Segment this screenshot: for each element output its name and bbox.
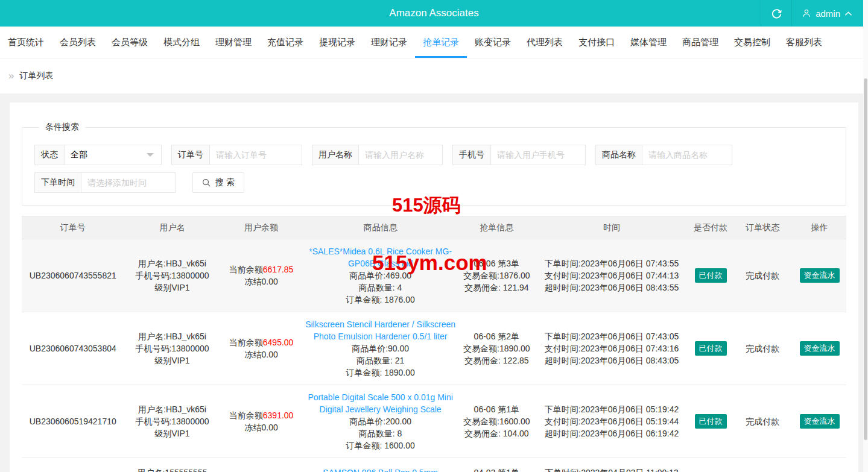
action-cell: [793, 458, 846, 472]
tab-finance-manage[interactable]: 理财管理: [207, 27, 259, 58]
order-no-cell: [22, 458, 124, 472]
admin-username: admin: [816, 8, 840, 19]
fund-flow-button[interactable]: 资金流水: [800, 414, 840, 429]
col-user-balance: 用户余额: [220, 216, 302, 239]
status-cell: 完成付款: [732, 239, 793, 312]
search-icon: [202, 178, 211, 187]
grab-info-cell: 04-03 第1单: [458, 458, 534, 472]
order-no-cell: UB2306060519421710: [22, 385, 124, 458]
time-cell: 下单时间:2023年06月06日 07:43:05 支付时间:2023年06月0…: [534, 312, 689, 385]
admin-user-menu[interactable]: admin: [792, 0, 863, 27]
time-cell: 下单时间:2023年06月06日 07:43:55 支付时间:2023年06月0…: [534, 239, 689, 312]
tab-media-manage[interactable]: 媒体管理: [622, 27, 674, 58]
balance-cell: 当前余额6495.00 冻结0.00: [220, 312, 302, 385]
tab-product-manage[interactable]: 商品管理: [674, 27, 726, 58]
order-list-card: 条件搜索 状态 全部 订单号 用户名称 手机号: [10, 102, 858, 472]
tab-member-list[interactable]: 会员列表: [52, 27, 104, 58]
tab-grab-order-records[interactable]: 抢单记录: [415, 27, 467, 58]
col-order-no: 订单号: [22, 216, 124, 239]
status-select[interactable]: 状态 全部: [34, 145, 162, 165]
user-name-input[interactable]: [359, 145, 442, 165]
user-cell: 用户名:HBJ_vk65i 手机号码:13800000 级别VIP1: [124, 312, 221, 385]
tab-home-stats[interactable]: 首页统计: [0, 27, 52, 58]
time-cell: 下单时间:2023年04月03日 11:00:13: [534, 458, 689, 472]
paid-cell: 已付款: [689, 385, 732, 458]
balance-cell: 当前余额6617.85 冻结0.00: [220, 239, 302, 312]
action-cell: 资金流水: [793, 239, 846, 312]
tab-mode-group[interactable]: 模式分组: [156, 27, 207, 58]
orders-table: 订单号 用户名 用户余额 商品信息 抢单信息 时间 是否付款 订单状态 操作 U…: [22, 216, 846, 472]
grab-info-cell: 06-06 第1单 交易金额:1600.00 交易佣金: 104.00: [458, 385, 534, 458]
table-row: UB2306060743053804 用户名:HBJ_vk65i 手机号码:13…: [22, 312, 846, 385]
tab-recharge-records[interactable]: 充值记录: [259, 27, 311, 58]
col-product-info: 商品信息: [302, 216, 459, 239]
order-no-input[interactable]: [210, 145, 302, 165]
scrollbar-track[interactable]: [863, 0, 868, 472]
search-button[interactable]: 搜 索: [192, 172, 244, 193]
tab-payment-api[interactable]: 支付接口: [571, 27, 622, 58]
tab-member-level[interactable]: 会员等级: [104, 27, 156, 58]
double-chevron-icon: »: [8, 70, 14, 82]
product-cell: Portable Digital Scale 500 x 0.01g Mini …: [302, 385, 459, 458]
page-title: 订单列表: [19, 71, 53, 81]
tab-account-change-records[interactable]: 账变记录: [467, 27, 519, 58]
product-link[interactable]: *SALES*Midea 0.6L Rice Cooker MG-GP06B G…: [305, 245, 457, 269]
table-row: UB2306060519421710 用户名:HBJ_vk65i 手机号码:13…: [22, 385, 846, 458]
scrollbar-thumb[interactable]: [864, 78, 867, 440]
tab-finance-records[interactable]: 理财记录: [363, 27, 415, 58]
grab-info-cell: 06-06 第2单 交易金额:1890.00 交易佣金: 122.85: [458, 312, 534, 385]
user-name-label: 用户名称: [312, 145, 359, 165]
col-user-name: 用户名: [124, 216, 221, 239]
breadcrumb: » 订单列表: [0, 58, 868, 93]
grab-info-cell: 06-06 第3单 交易金额:1876.00 交易佣金: 121.94: [458, 239, 534, 312]
paid-badge: 已付款: [695, 268, 727, 283]
content-area: 条件搜索 状态 全部 订单号 用户名称 手机号: [0, 93, 868, 472]
order-time-input[interactable]: [81, 173, 175, 192]
status-label: 状态: [35, 145, 65, 165]
order-no-cell: UB2306060743053804: [22, 312, 124, 385]
refresh-icon: [771, 8, 782, 19]
tab-agent-list[interactable]: 代理列表: [519, 27, 571, 58]
fund-flow-button[interactable]: 资金流水: [800, 341, 840, 356]
phone-group: 手机号: [452, 145, 586, 165]
product-link[interactable]: Portable Digital Scale 500 x 0.01g Mini …: [305, 391, 457, 415]
balance-cell: [220, 458, 302, 472]
product-link[interactable]: Silkscreen Stencil Hardener / Silkscreen…: [305, 318, 457, 342]
col-order-status: 订单状态: [732, 216, 793, 239]
col-paid: 是否付款: [689, 216, 732, 239]
topbar-right-controls: admin: [761, 0, 863, 27]
status-cell: 完成付款: [732, 312, 793, 385]
status-cell: [732, 458, 793, 472]
product-cell: SAMSON 996 Ball Pen 0.5mm: [302, 458, 459, 472]
action-cell: 资金流水: [793, 385, 846, 458]
chevron-up-icon: [844, 11, 852, 16]
order-no-label: 订单号: [172, 145, 210, 165]
user-cell: 用户名:155555555: [124, 458, 221, 472]
product-name-label: 商品名称: [596, 145, 642, 165]
tab-customer-service-list[interactable]: 客服列表: [778, 27, 830, 58]
action-cell: 资金流水: [793, 312, 846, 385]
search-button-label: 搜 索: [215, 177, 235, 188]
product-link[interactable]: SAMSON 996 Ball Pen 0.5mm: [305, 467, 457, 472]
user-cell: 用户名:HBJ_vk65i 手机号码:13800000 级别VIP1: [124, 239, 221, 312]
paid-cell: [689, 458, 732, 472]
status-selected-value: 全部: [65, 145, 147, 165]
col-grab-info: 抢单信息: [458, 216, 534, 239]
phone-input[interactable]: [491, 145, 585, 165]
product-name-input[interactable]: [642, 145, 732, 165]
balance-cell: 当前余额6391.00 冻结0.00: [220, 385, 302, 458]
paid-badge: 已付款: [695, 341, 727, 356]
fund-flow-button[interactable]: 资金流水: [800, 268, 840, 283]
tab-trade-control[interactable]: 交易控制: [726, 27, 778, 58]
status-cell: 完成付款: [732, 385, 793, 458]
product-cell: *SALES*Midea 0.6L Rice Cooker MG-GP06B G…: [302, 239, 459, 312]
app-title: Amazon Associates: [0, 0, 868, 27]
tab-withdraw-records[interactable]: 提现记录: [311, 27, 363, 58]
search-row-1: 状态 全部 订单号 用户名称 手机号 商品名称: [34, 145, 834, 165]
paid-badge: 已付款: [695, 414, 727, 429]
refresh-button[interactable]: [761, 0, 792, 27]
orders-table-wrap: 订单号 用户名 用户余额 商品信息 抢单信息 时间 是否付款 订单状态 操作 U…: [22, 216, 846, 472]
col-actions: 操作: [793, 216, 846, 239]
select-caret-icon: [147, 153, 154, 157]
top-bar: Amazon Associates admin: [0, 0, 868, 27]
